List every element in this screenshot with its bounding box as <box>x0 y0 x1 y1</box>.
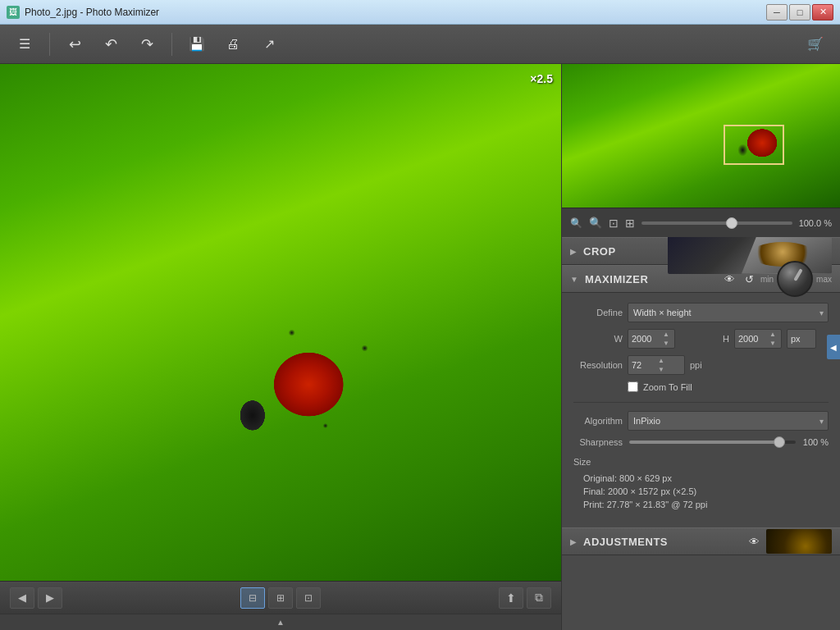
height-input[interactable] <box>738 334 768 344</box>
view-compare-button[interactable]: ⊞ <box>268 587 293 609</box>
adjustments-section-header[interactable]: ▶ ADJUSTMENTS 👁 <box>562 527 840 555</box>
maximizer-knob[interactable] <box>777 261 813 297</box>
thumbnail-image <box>562 64 840 208</box>
save-controls: ⬆ ⧉ <box>499 587 551 609</box>
redo-button[interactable]: ↷ <box>132 30 162 59</box>
height-up-arrow[interactable]: ▲ <box>768 330 778 339</box>
close-button[interactable]: ✕ <box>812 4 833 21</box>
size-section: Size Original: 800 × 629 px Final: 2000 … <box>573 455 829 518</box>
resolution-row: Resolution ▲ ▼ ppi <box>573 355 829 375</box>
fit-page-icon[interactable]: ⊡ <box>609 217 619 230</box>
save-img-icon: ⬆ <box>506 591 516 605</box>
sharpness-fill <box>629 441 779 444</box>
save-icon: 💾 <box>189 36 205 52</box>
view-single-button[interactable]: ⊟ <box>240 587 265 609</box>
batch-icon: ⧉ <box>535 591 543 605</box>
knob-min-label: min <box>760 275 774 284</box>
menu-button[interactable]: ☰ <box>10 30 39 59</box>
width-input[interactable] <box>632 334 661 344</box>
resolution-up-arrow[interactable]: ▲ <box>656 356 666 365</box>
menu-icon: ☰ <box>19 36 30 52</box>
resolution-input[interactable] <box>632 360 656 370</box>
undo2-icon: ↶ <box>105 35 117 53</box>
maximizer-arrow-icon: ▼ <box>570 275 578 284</box>
thumbnail-area <box>562 64 840 208</box>
define-select[interactable]: Width × height Long side Short side <box>628 303 829 322</box>
wh-row: W ▲ ▼ H ▲ <box>573 329 829 349</box>
undo-icon: ↩ <box>69 35 81 53</box>
adjustments-title: ADJUSTMENTS <box>583 536 742 548</box>
zoom-to-fill-checkbox[interactable] <box>628 381 638 392</box>
zoom-value: 100.0 % <box>799 218 832 228</box>
height-down-arrow[interactable]: ▼ <box>768 339 778 348</box>
height-spinbox[interactable]: ▲ ▼ <box>734 329 782 349</box>
crop-arrow-icon: ▶ <box>570 247 577 256</box>
maximize-button[interactable]: □ <box>789 4 810 21</box>
main-image <box>0 64 561 581</box>
algorithm-select-wrapper: InPixio Bicubic Lanczos <box>628 411 829 431</box>
sharpness-label: Sharpness <box>573 437 623 447</box>
maximizer-content: Define Width × height Long side Short si… <box>562 293 840 527</box>
zoom-slider-thumb[interactable] <box>726 217 737 229</box>
scroll-down-icon: ▲ <box>276 618 285 627</box>
app-icon: 🖼 <box>7 6 20 19</box>
save-button[interactable]: 💾 <box>182 30 212 59</box>
w-label: W <box>573 334 623 344</box>
save-image-button[interactable]: ⬆ <box>499 587 523 609</box>
zoom-out-icon[interactable]: 🔍 <box>570 217 582 229</box>
export-icon: ↗ <box>264 36 275 52</box>
panel-toggle-button[interactable]: ◀ <box>827 335 840 359</box>
batch-button[interactable]: ⧉ <box>527 587 551 609</box>
maximizer-eye-icon[interactable]: 👁 <box>724 273 735 285</box>
cart-button[interactable]: 🛒 <box>801 30 830 59</box>
print-button[interactable]: 🖨 <box>218 30 248 59</box>
export-button[interactable]: ↗ <box>254 30 284 59</box>
prev-icon: ◀ <box>18 591 26 604</box>
toolbar: ☰ ↩ ↶ ↷ 💾 🖨 ↗ 🛒 <box>0 25 840 64</box>
image-panel: ×2.5 ◀ ▶ ⊟ ⊞ ⊡ <box>0 64 561 630</box>
toolbar-separator-2 <box>171 33 172 56</box>
view-controls: ⊟ ⊞ ⊡ <box>240 587 321 609</box>
next-image-button[interactable]: ▶ <box>38 587 62 609</box>
resolution-arrows: ▲ ▼ <box>656 356 666 374</box>
unit-select[interactable]: px cm in <box>787 329 816 349</box>
bottom-scroll[interactable]: ▲ <box>0 614 561 630</box>
resolution-spinbox[interactable]: ▲ ▼ <box>628 355 685 375</box>
h-label: H <box>680 334 729 344</box>
resolution-label: Resolution <box>573 360 623 370</box>
algorithm-label: Algorithm <box>573 416 623 426</box>
zoom-in-icon[interactable]: 🔍 <box>589 217 602 229</box>
zoom-fill-icon[interactable]: ⊞ <box>625 217 635 230</box>
window-controls: ─ □ ✕ <box>766 4 833 21</box>
undo-button[interactable]: ↩ <box>60 30 89 59</box>
zoom-to-fill-row: Zoom To Fill <box>573 381 829 392</box>
print-size: Print: 27.78" × 21.83" @ 72 ppi <box>573 498 829 511</box>
zoom-slider[interactable] <box>641 221 792 225</box>
height-arrows: ▲ ▼ <box>768 330 778 348</box>
toolbar-separator-1 <box>49 33 50 56</box>
undo2-button[interactable]: ↶ <box>96 30 126 59</box>
redo-icon: ↷ <box>141 35 153 53</box>
define-select-wrapper: Width × height Long side Short side <box>628 303 829 322</box>
sharpness-slider[interactable] <box>629 441 796 444</box>
width-up-arrow[interactable]: ▲ <box>661 330 671 339</box>
sharpness-value: 100 % <box>802 437 829 447</box>
prev-image-button[interactable]: ◀ <box>10 587 34 609</box>
right-content[interactable]: ▶ CROP ▼ MAXIMIZER 👁 ↺ min <box>562 237 840 630</box>
resolution-down-arrow[interactable]: ▼ <box>656 365 666 374</box>
width-spinbox[interactable]: ▲ ▼ <box>628 329 675 349</box>
final-size: Final: 2000 × 1572 px (×2.5) <box>573 485 829 498</box>
define-row: Define Width × height Long side Short si… <box>573 303 829 322</box>
algorithm-select[interactable]: InPixio Bicubic Lanczos <box>628 411 829 431</box>
maximizer-reset-icon[interactable]: ↺ <box>745 273 754 285</box>
image-container[interactable]: ×2.5 <box>0 64 561 581</box>
view-grid-button[interactable]: ⊡ <box>296 587 321 609</box>
zoom-to-fill-label[interactable]: Zoom To Fill <box>643 382 692 392</box>
thumbnail-viewport[interactable] <box>724 125 785 165</box>
minimize-button[interactable]: ─ <box>766 4 788 21</box>
next-icon: ▶ <box>46 591 54 604</box>
sharpness-thumb[interactable] <box>774 436 785 448</box>
knob-max-label: max <box>816 275 832 284</box>
width-down-arrow[interactable]: ▼ <box>661 339 671 348</box>
adjustments-eye-icon[interactable]: 👁 <box>749 536 760 548</box>
